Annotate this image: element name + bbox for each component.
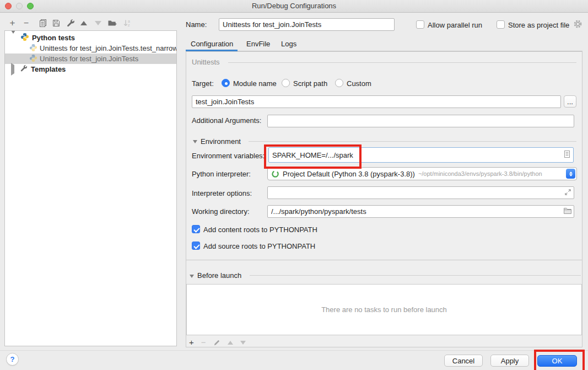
run-debug-configurations-dialog: Run/Debug Configurations + − az Python t… bbox=[0, 0, 588, 370]
window-title: Run/Debug Configurations bbox=[0, 2, 588, 10]
new-folder-icon[interactable] bbox=[107, 18, 117, 28]
before-launch-toolbar: + − bbox=[189, 338, 246, 347]
python-faded-icon bbox=[29, 54, 37, 64]
add-content-roots-label[interactable]: Add content roots to PYTHONPATH bbox=[203, 226, 317, 234]
python-interpreter-label: Python interpreter: bbox=[192, 170, 251, 178]
add-icon[interactable]: + bbox=[189, 338, 194, 347]
gear-icon[interactable] bbox=[573, 19, 582, 30]
edit-icon bbox=[213, 339, 220, 346]
chevron-down-icon[interactable] bbox=[11, 34, 15, 42]
python-interpreter-path: ~/opt/miniconda3/envs/pyspark-3.8/bin/py… bbox=[418, 170, 542, 177]
cancel-button[interactable]: Cancel bbox=[444, 355, 483, 367]
tree-item-label[interactable]: Unittests for test_join.JoinTests bbox=[40, 55, 138, 63]
environment-variables-input[interactable] bbox=[268, 147, 574, 163]
working-directory-label: Working directory: bbox=[192, 207, 250, 216]
target-label: Target: bbox=[192, 79, 214, 88]
store-as-project-file-checkbox[interactable] bbox=[497, 20, 505, 29]
tree-item-templates[interactable]: Templates bbox=[5, 64, 176, 74]
add-icon[interactable]: + bbox=[8, 18, 17, 28]
ok-button[interactable]: OK bbox=[537, 355, 577, 367]
working-directory-input[interactable] bbox=[267, 205, 574, 218]
move-down-icon bbox=[93, 18, 103, 28]
tree-item-unittests-narrow[interactable]: Unittests for test_join.JoinTests.test_n… bbox=[5, 43, 176, 53]
add-content-roots-checkbox[interactable] bbox=[192, 225, 200, 233]
unittests-group-title: Unittests bbox=[192, 58, 220, 66]
svg-text:z: z bbox=[128, 23, 130, 27]
collapse-before-launch-icon[interactable] bbox=[190, 275, 194, 278]
python-faded-icon bbox=[29, 44, 37, 53]
before-launch-empty-text: There are no tasks to run before launch bbox=[321, 305, 447, 314]
module-name-input[interactable] bbox=[192, 95, 561, 108]
unittests-group-bottom-border bbox=[186, 260, 582, 260]
svg-text:a: a bbox=[128, 19, 130, 23]
configurations-tree: Python tests Unittests for test_join.Joi… bbox=[4, 30, 177, 346]
environment-section-title[interactable]: Environment bbox=[201, 137, 241, 146]
tree-item-label[interactable]: Unittests for test_join.JoinTests.test_n… bbox=[40, 44, 177, 52]
additional-arguments-label: Additional Arguments: bbox=[192, 116, 261, 125]
env-vars-editor-icon[interactable] bbox=[563, 150, 579, 160]
tab-logs[interactable]: Logs bbox=[281, 40, 296, 48]
move-up-icon[interactable] bbox=[79, 18, 88, 28]
additional-arguments-input[interactable] bbox=[267, 115, 574, 127]
tab-configuration[interactable]: Configuration bbox=[191, 40, 233, 48]
target-custom-radio[interactable] bbox=[335, 79, 343, 87]
interpreter-options-label: Interpreter options: bbox=[192, 189, 252, 197]
target-custom-label[interactable]: Custom bbox=[347, 79, 371, 88]
tree-item-label[interactable]: Templates bbox=[31, 65, 66, 73]
conda-icon bbox=[271, 170, 279, 178]
folder-icon[interactable] bbox=[563, 207, 579, 216]
browse-button[interactable]: ... bbox=[564, 95, 576, 108]
expand-field-icon[interactable] bbox=[564, 189, 579, 197]
select-stepper-icon[interactable] bbox=[566, 169, 575, 179]
help-button[interactable]: ? bbox=[6, 353, 19, 366]
tree-item-unittests-selected[interactable]: Unittests for test_join.JoinTests bbox=[5, 53, 176, 64]
tree-item-python-tests[interactable]: Python tests bbox=[5, 33, 176, 43]
move-down-icon bbox=[240, 341, 246, 345]
copy-icon[interactable] bbox=[38, 18, 47, 28]
before-launch-section-title[interactable]: Before launch bbox=[197, 271, 241, 280]
footer-divider bbox=[0, 350, 588, 351]
remove-icon[interactable]: − bbox=[21, 18, 31, 28]
allow-parallel-run-label[interactable]: Allow parallel run bbox=[428, 21, 482, 29]
before-launch-task-list: There are no tasks to run before launch bbox=[186, 284, 582, 335]
target-script-path-label[interactable]: Script path bbox=[293, 79, 327, 88]
target-module-name-radio[interactable] bbox=[222, 79, 230, 87]
python-interpreter-select[interactable]: Project Default (Python 3.8 (pyspark-3.8… bbox=[267, 167, 577, 180]
apply-button[interactable]: Apply bbox=[490, 355, 529, 367]
section-divider bbox=[249, 141, 576, 142]
target-module-name-label[interactable]: Module name bbox=[233, 79, 277, 88]
python-interpreter-value: Project Default (Python 3.8 (pyspark-3.8… bbox=[283, 170, 415, 178]
remove-icon: − bbox=[201, 338, 206, 347]
allow-parallel-run-checkbox[interactable] bbox=[416, 20, 424, 29]
chevron-right-icon[interactable] bbox=[11, 65, 14, 73]
store-as-project-file-label[interactable]: Store as project file bbox=[508, 21, 569, 29]
configuration-panel: Unittests Target: Module name Script pat… bbox=[186, 51, 582, 347]
wrench-icon bbox=[20, 65, 28, 74]
name-input[interactable] bbox=[219, 18, 395, 31]
group-divider bbox=[228, 62, 576, 63]
tab-envfile[interactable]: EnvFile bbox=[246, 40, 270, 48]
save-icon[interactable] bbox=[51, 18, 61, 28]
section-divider bbox=[250, 275, 581, 276]
name-label: Name: bbox=[186, 20, 207, 29]
add-source-roots-checkbox[interactable] bbox=[192, 242, 200, 250]
sort-icon: az bbox=[122, 18, 132, 28]
tree-item-label[interactable]: Python tests bbox=[32, 34, 75, 42]
target-script-path-radio[interactable] bbox=[282, 79, 290, 87]
environment-variables-label: Environment variables: bbox=[192, 152, 265, 160]
python-icon bbox=[20, 33, 29, 43]
edit-templates-icon[interactable] bbox=[66, 18, 75, 28]
add-source-roots-label[interactable]: Add source roots to PYTHONPATH bbox=[203, 242, 315, 250]
interpreter-options-input[interactable] bbox=[267, 186, 574, 199]
title-bar: Run/Debug Configurations bbox=[0, 0, 588, 13]
move-up-icon bbox=[228, 341, 233, 345]
collapse-environment-icon[interactable] bbox=[193, 140, 197, 143]
